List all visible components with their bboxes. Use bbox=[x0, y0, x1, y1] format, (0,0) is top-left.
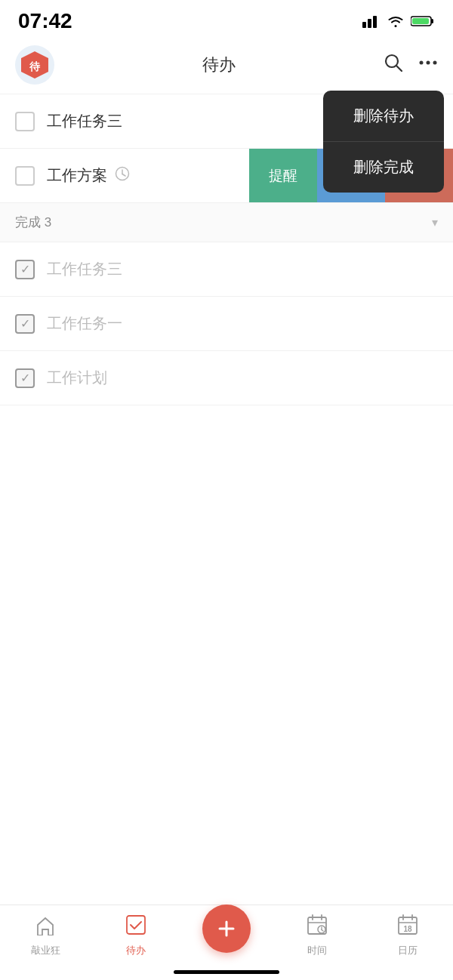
add-button[interactable] bbox=[202, 904, 251, 953]
task-checkbox-2[interactable] bbox=[15, 166, 35, 186]
completed-label: 完成 3 bbox=[15, 214, 51, 231]
nav-item-todo[interactable]: 待办 bbox=[91, 914, 181, 957]
svg-text:18: 18 bbox=[403, 925, 412, 933]
task-checkbox-1[interactable] bbox=[15, 112, 35, 131]
header-actions bbox=[384, 53, 438, 77]
svg-rect-5 bbox=[412, 18, 429, 24]
completed-task-item-1[interactable]: 工作任务三 bbox=[0, 242, 453, 297]
svg-point-12 bbox=[433, 61, 437, 65]
status-time: 07:42 bbox=[18, 9, 72, 33]
swipe-task-content[interactable]: 工作方案 bbox=[0, 149, 249, 202]
completed-task-name-3: 工作计划 bbox=[47, 368, 107, 388]
time-icon bbox=[115, 166, 130, 185]
svg-rect-16 bbox=[127, 916, 145, 934]
app-logo: 待 bbox=[15, 45, 54, 85]
dropdown-menu: 删除待办 删除完成 bbox=[323, 91, 444, 193]
nav-item-add[interactable] bbox=[181, 920, 272, 953]
battery-icon bbox=[411, 14, 435, 28]
header: 待 待办 删除待办 删除完成 bbox=[0, 39, 453, 94]
bottom-nav: 敲业狂 待办 bbox=[0, 904, 453, 980]
completed-task-name-2: 工作任务一 bbox=[47, 313, 122, 334]
svg-rect-0 bbox=[362, 22, 366, 28]
page-title: 待办 bbox=[202, 54, 236, 76]
completed-task-item-2[interactable]: 工作任务一 bbox=[0, 297, 453, 351]
svg-rect-4 bbox=[431, 19, 433, 23]
signal-icon bbox=[362, 14, 381, 28]
task-name-1: 工作任务三 bbox=[47, 111, 122, 131]
calendar-nav-label: 日历 bbox=[398, 944, 418, 957]
nav-item-time[interactable]: 时间 bbox=[272, 914, 362, 957]
svg-rect-1 bbox=[368, 19, 371, 28]
svg-point-11 bbox=[427, 61, 430, 65]
calendar-nav-icon: 18 bbox=[396, 914, 419, 941]
svg-text:待: 待 bbox=[29, 60, 41, 72]
home-indicator bbox=[174, 970, 279, 974]
todo-nav-label: 待办 bbox=[126, 944, 146, 957]
completed-header[interactable]: 完成 3 ▾ bbox=[0, 203, 453, 242]
completed-checkbox-2[interactable] bbox=[15, 314, 35, 334]
svg-point-10 bbox=[420, 61, 424, 65]
svg-line-15 bbox=[122, 174, 125, 177]
status-bar: 07:42 bbox=[0, 0, 453, 39]
todo-nav-icon bbox=[125, 914, 147, 941]
chevron-down-icon: ▾ bbox=[432, 215, 438, 230]
completed-checkbox-3[interactable] bbox=[15, 368, 35, 388]
home-nav-label: 敲业狂 bbox=[31, 944, 60, 957]
completed-task-item-3[interactable]: 工作计划 bbox=[0, 351, 453, 405]
svg-line-9 bbox=[396, 66, 402, 71]
more-icon[interactable] bbox=[418, 53, 438, 77]
delete-pending-item[interactable]: 删除待办 bbox=[323, 91, 444, 142]
time-nav-label: 时间 bbox=[307, 944, 327, 957]
time-nav-icon bbox=[306, 914, 328, 941]
completed-task-name-1: 工作任务三 bbox=[47, 259, 122, 279]
nav-item-home[interactable]: 敲业狂 bbox=[0, 914, 91, 957]
svg-rect-2 bbox=[373, 16, 377, 28]
wifi-icon bbox=[387, 14, 405, 28]
delete-completed-item[interactable]: 删除完成 bbox=[323, 142, 444, 193]
remind-button[interactable]: 提醒 bbox=[249, 149, 317, 202]
status-icons bbox=[362, 14, 435, 28]
search-icon[interactable] bbox=[384, 53, 403, 77]
nav-item-calendar[interactable]: 18 日历 bbox=[362, 914, 453, 957]
completed-checkbox-1[interactable] bbox=[15, 260, 35, 279]
home-nav-icon bbox=[34, 914, 57, 941]
task-name-2: 工作方案 bbox=[47, 165, 107, 186]
